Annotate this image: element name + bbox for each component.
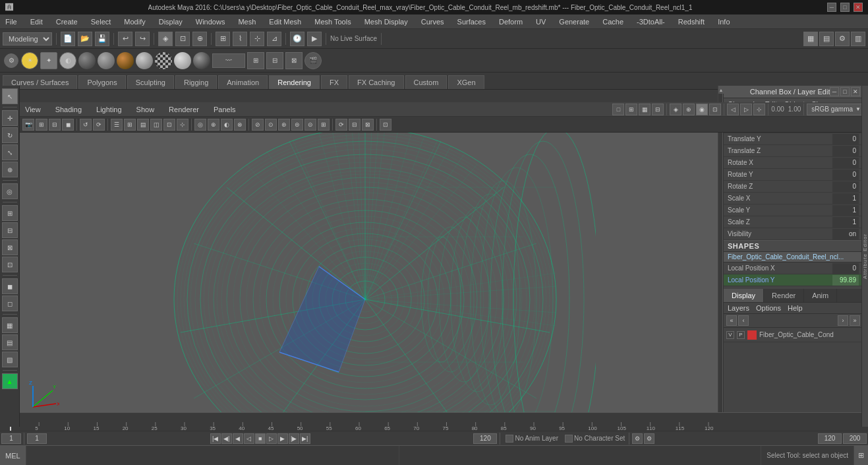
prev-key-btn[interactable]: ◀ [233, 433, 243, 444]
vm-show[interactable]: Show [134, 104, 158, 115]
shade-ball-checkers[interactable] [155, 52, 172, 69]
vt-icon-16[interactable]: ⊗ [234, 119, 246, 131]
layer-tab-render[interactable]: Render [764, 289, 804, 302]
menu-mesh[interactable]: Mesh [235, 16, 258, 27]
light-icon-2[interactable]: ✦ [40, 52, 57, 69]
snap-point-button[interactable]: ⊹ [250, 32, 264, 46]
render-tool-2[interactable]: ▤ [2, 334, 18, 350]
vt-icon-22[interactable]: ⊞ [318, 119, 330, 131]
vm-shading[interactable]: Shading [53, 104, 84, 115]
play-fwd-btn[interactable]: ▷ [266, 433, 277, 444]
menu-deform[interactable]: Deform [496, 16, 525, 27]
texture-btn-1[interactable]: ⊞ [247, 52, 264, 69]
vt-icon-5[interactable]: ↺ [80, 119, 92, 131]
vt-icon-4[interactable]: ◼ [62, 119, 74, 131]
layer-p-toggle[interactable]: P [737, 331, 745, 339]
vt-icon-6[interactable]: ⟳ [93, 119, 105, 131]
lm-layers[interactable]: Layers [728, 304, 749, 312]
show-hide-1[interactable]: ⊞ [2, 205, 18, 221]
menu-cache[interactable]: Cache [600, 16, 626, 27]
viewport[interactable]: Y X Z persp [20, 133, 723, 427]
create-poly-2[interactable]: ◻ [2, 295, 18, 311]
vm-view[interactable]: View [22, 104, 43, 115]
step-fwd-btn[interactable]: |▶ [289, 433, 299, 444]
shade-ball-7[interactable] [136, 52, 153, 69]
vt-icon-23[interactable]: ⟳ [335, 119, 347, 131]
history-button[interactable]: 🕐 [290, 32, 304, 46]
mode-select[interactable]: Modeling [3, 32, 52, 46]
script-input[interactable] [26, 446, 399, 465]
vt-icon-20[interactable]: ⊜ [291, 119, 303, 131]
vt-icon-24[interactable]: ⊟ [349, 119, 361, 131]
tab-fx[interactable]: FX [321, 75, 347, 89]
mel-indicator[interactable]: MEL [0, 446, 26, 465]
minimize-button[interactable]: ─ [827, 3, 836, 12]
vt-icon-1[interactable]: 📷 [22, 119, 34, 131]
texture-btn-2[interactable]: ⊟ [266, 52, 283, 69]
ch-value-lpy[interactable]: 99.89 [832, 275, 859, 286]
layer-nav-left[interactable]: ‹ [738, 315, 749, 326]
move-pivot[interactable]: ▲ [2, 373, 18, 389]
range-end2-input[interactable] [843, 433, 867, 444]
stop-btn[interactable]: ■ [255, 433, 266, 444]
menu-info[interactable]: Info [715, 16, 732, 27]
soft-select[interactable]: ◎ [2, 183, 18, 199]
channel-rotate-z[interactable]: Rotate Z 0 [724, 181, 863, 193]
shade-ball-8[interactable] [174, 52, 191, 69]
lasso-select-button[interactable]: ⊡ [175, 32, 190, 46]
range-end-input[interactable] [818, 433, 842, 444]
script-clear-btn[interactable]: ⊞ [854, 446, 868, 465]
attribute-editor-sidebar[interactable]: Attribute Editor [861, 86, 868, 427]
vt-icon-25[interactable]: ⊠ [362, 119, 374, 131]
show-hide-4[interactable]: ⊡ [2, 257, 18, 272]
channel-translate-y[interactable]: Translate Y 0 [724, 133, 863, 145]
layer-nav-left-left[interactable]: « [726, 315, 737, 326]
vt-icon-9[interactable]: ▤ [137, 119, 149, 131]
vp-icon-3[interactable]: ▦ [639, 104, 651, 115]
menu-edit[interactable]: Edit [28, 16, 45, 27]
scale-tool[interactable]: ⤡ [2, 144, 18, 160]
char-set-checkbox[interactable] [565, 435, 573, 443]
shade-ball-5[interactable] [98, 52, 115, 69]
lm-help[interactable]: Help [788, 304, 803, 312]
channel-scrollbar[interactable]: ▲ ▼ [718, 86, 723, 427]
vp-icon-5[interactable]: ◈ [670, 104, 681, 115]
vm-lighting[interactable]: Lighting [94, 104, 125, 115]
rotate-tool[interactable]: ↻ [2, 127, 18, 143]
vm-renderer[interactable]: Renderer [166, 104, 202, 115]
layer-tab-display[interactable]: Display [724, 289, 764, 302]
layer-nav-right[interactable]: › [838, 315, 848, 326]
vp-icon-10[interactable]: ▷ [740, 104, 752, 115]
tab-fx-caching[interactable]: FX Caching [349, 75, 403, 89]
save-button[interactable]: 💾 [95, 32, 109, 46]
close-button[interactable]: ✕ [854, 3, 863, 12]
undo-button[interactable]: ↩ [118, 32, 132, 46]
vp-icon-6[interactable]: ⊕ [683, 104, 695, 115]
ch-value-sz[interactable]: 1 [832, 217, 859, 228]
vt-icon-21[interactable]: ⊝ [304, 119, 316, 131]
ch-value-lpx[interactable]: 0 [832, 263, 859, 274]
create-poly-1[interactable]: ◼ [2, 278, 18, 294]
menu-uv[interactable]: UV [533, 16, 548, 27]
menu-modify[interactable]: Modify [121, 16, 148, 27]
translate-tool[interactable]: ✛ [2, 110, 18, 126]
vt-icon-8[interactable]: ⊞ [124, 119, 136, 131]
menu-mesh-tools[interactable]: Mesh Tools [312, 16, 353, 27]
ch-value-sx[interactable]: 1 [832, 193, 859, 204]
channel-rotate-y[interactable]: Rotate Y 0 [724, 169, 863, 181]
channel-rotate-x[interactable]: Rotate X 0 [724, 157, 863, 169]
show-hide-3[interactable]: ⊠ [2, 239, 18, 255]
ch-collapse-btn[interactable]: ─ [830, 87, 839, 96]
playback-end-input[interactable] [473, 433, 497, 444]
attr-editor-toggle[interactable]: ▤ [819, 32, 834, 46]
channel-box-toggle[interactable]: ▦ [803, 32, 818, 46]
channel-scale-y[interactable]: Scale Y 1 [724, 204, 863, 216]
menu-redshift[interactable]: Redshift [676, 16, 707, 27]
tab-polygons[interactable]: Polygons [78, 75, 125, 89]
select-tool[interactable]: ↖ [2, 88, 18, 104]
snap-curve-button[interactable]: ⌇ [233, 32, 247, 46]
menu-select[interactable]: Select [88, 16, 114, 27]
tab-sculpting[interactable]: Sculpting [127, 75, 174, 89]
vt-icon-11[interactable]: ⊡ [163, 119, 175, 131]
ch-value-sy[interactable]: 1 [832, 205, 859, 216]
